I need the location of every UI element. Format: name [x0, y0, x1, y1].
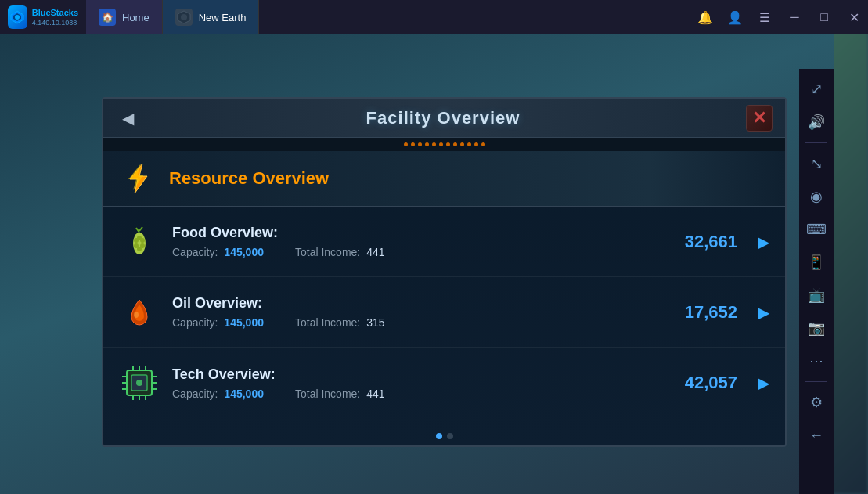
dot-3 [418, 142, 422, 146]
tech-stats: Capacity: 145,000 Total Income: 441 [172, 388, 662, 400]
tech-capacity-value: 145,000 [224, 388, 264, 400]
phone-icon[interactable]: 📱 [802, 248, 830, 276]
tech-income-label: Total Income: [295, 388, 360, 400]
sidebar-divider-2 [805, 381, 827, 382]
food-capacity-label: Capacity: [172, 246, 218, 258]
oil-capacity-label: Capacity: [172, 316, 218, 329]
dot-4 [425, 142, 429, 146]
dot-11 [474, 142, 478, 146]
indicator-dot-1 [436, 433, 442, 439]
dot-1 [404, 142, 408, 146]
indicator-dot-2 [447, 433, 453, 439]
home-tab-label: Home [122, 12, 149, 23]
main-area: ⤢ 🔊 ⤡ ◉ ⌨ 📱 📺 📷 ⋯ ⚙ ← ◀ Facility Overvie… [0, 34, 834, 494]
right-sidebar: ⤢ 🔊 ⤡ ◉ ⌨ 📱 📺 📷 ⋯ ⚙ ← [799, 69, 834, 494]
dot-2 [411, 142, 415, 146]
svg-line-15 [139, 227, 142, 231]
resource-list: Food Overview: Capacity: 145,000 Total I… [103, 207, 785, 427]
food-amount: 32,661 [675, 232, 737, 252]
oil-name: Oil Overview: [172, 295, 662, 312]
tv-icon[interactable]: 📺 [802, 281, 830, 309]
food-stats: Capacity: 145,000 Total Income: 441 [172, 246, 662, 258]
restore-button[interactable]: □ [810, 0, 838, 34]
notification-button[interactable]: 🔔 [691, 0, 719, 34]
resource-overview-title: Resource Overview [169, 168, 329, 189]
food-resource-row: Food Overview: Capacity: 145,000 Total I… [103, 207, 785, 277]
food-capacity-value: 145,000 [224, 246, 264, 258]
food-income-label: Total Income: [295, 246, 360, 258]
oil-stats: Capacity: 145,000 Total Income: 315 [172, 316, 662, 329]
volume-icon[interactable]: 🔊 [802, 108, 830, 136]
topbar-actions: 🔔 👤 ☰ ─ □ ✕ [691, 0, 868, 34]
oil-arrow-button[interactable]: ▶ [758, 303, 769, 322]
account-button[interactable]: 👤 [721, 0, 749, 34]
oil-icon [119, 292, 160, 333]
oil-resource-row: Oil Overview: Capacity: 145,000 Total In… [103, 277, 785, 348]
food-capacity-pair: Capacity: 145,000 [172, 246, 264, 258]
menu-button[interactable]: ☰ [751, 0, 779, 34]
gear-icon[interactable]: ⚙ [802, 388, 830, 416]
tab-game[interactable]: New Earth [163, 0, 260, 34]
bs-logo-icon [8, 5, 27, 29]
tab-home[interactable]: 🏠 Home [86, 0, 163, 34]
more-icon[interactable]: ⋯ [802, 347, 830, 375]
svg-point-2 [15, 15, 20, 20]
tech-amount: 42,057 [675, 373, 737, 393]
facility-overview-panel: ◀ Facility Overview ✕ [102, 97, 787, 447]
food-name: Food Overview: [172, 225, 662, 241]
oil-capacity-value: 145,000 [224, 316, 264, 329]
oil-info: Oil Overview: Capacity: 145,000 Total In… [172, 295, 662, 329]
back-arrow-icon[interactable]: ← [802, 421, 830, 449]
tech-resource-row: Tech Overview: Capacity: 145,000 Total I… [103, 348, 785, 418]
tech-name: Tech Overview: [172, 366, 662, 383]
dot-7 [446, 142, 450, 146]
game-tab-label: New Earth [199, 12, 247, 23]
panel-titlebar: ◀ Facility Overview ✕ [103, 99, 785, 138]
camera-icon[interactable]: 📷 [802, 314, 830, 342]
oil-income-value: 315 [366, 316, 384, 329]
tech-info: Tech Overview: Capacity: 145,000 Total I… [172, 366, 662, 400]
food-arrow-button[interactable]: ▶ [758, 233, 769, 251]
dot-8 [453, 142, 457, 146]
dot-5 [432, 142, 436, 146]
bluestacks-logo: BlueStacks 4.140.10.1038 [0, 5, 86, 29]
resource-header-icon [119, 159, 158, 198]
panel-title: Facility Overview [366, 108, 520, 128]
topbar: BlueStacks 4.140.10.1038 🏠 Home New Eart… [0, 0, 868, 34]
resize-icon[interactable]: ⤡ [802, 150, 830, 178]
food-icon [119, 222, 160, 262]
svg-point-16 [134, 312, 139, 318]
oil-income-label: Total Income: [295, 316, 360, 329]
dot-10 [467, 142, 471, 146]
svg-point-13 [137, 247, 142, 251]
oil-amount: 17,652 [675, 302, 737, 323]
bottom-indicator [103, 427, 785, 445]
dot-6 [439, 142, 443, 146]
keyboard-icon[interactable]: ⌨ [802, 215, 830, 243]
eye-icon[interactable]: ◉ [802, 182, 830, 211]
bs-logo-text: BlueStacks 4.140.10.1038 [32, 8, 78, 26]
resource-overview-header: Resource Overview [103, 151, 785, 207]
tech-income-pair: Total Income: 441 [295, 388, 385, 400]
tech-arrow-button[interactable]: ▶ [758, 373, 769, 392]
expand-icon[interactable]: ⤢ [802, 75, 830, 103]
food-info: Food Overview: Capacity: 145,000 Total I… [172, 225, 662, 258]
food-income-pair: Total Income: 441 [295, 246, 385, 258]
tech-icon [119, 362, 160, 403]
sidebar-divider-1 [805, 142, 827, 143]
game-tab-icon [175, 9, 193, 26]
tech-capacity-pair: Capacity: 145,000 [172, 388, 264, 400]
svg-point-12 [137, 236, 142, 240]
home-tab-icon: 🏠 [99, 9, 116, 26]
panel-back-button[interactable]: ◀ [116, 106, 140, 131]
tech-income-value: 441 [366, 388, 384, 400]
dot-12 [481, 142, 485, 146]
dot-9 [460, 142, 464, 146]
svg-point-4 [181, 14, 187, 20]
oil-income-pair: Total Income: 315 [295, 316, 385, 329]
close-window-button[interactable]: ✕ [840, 0, 868, 34]
tech-capacity-label: Capacity: [172, 388, 218, 400]
minimize-button[interactable]: ─ [780, 0, 809, 34]
svg-point-31 [136, 380, 142, 386]
panel-close-button[interactable]: ✕ [746, 105, 773, 132]
